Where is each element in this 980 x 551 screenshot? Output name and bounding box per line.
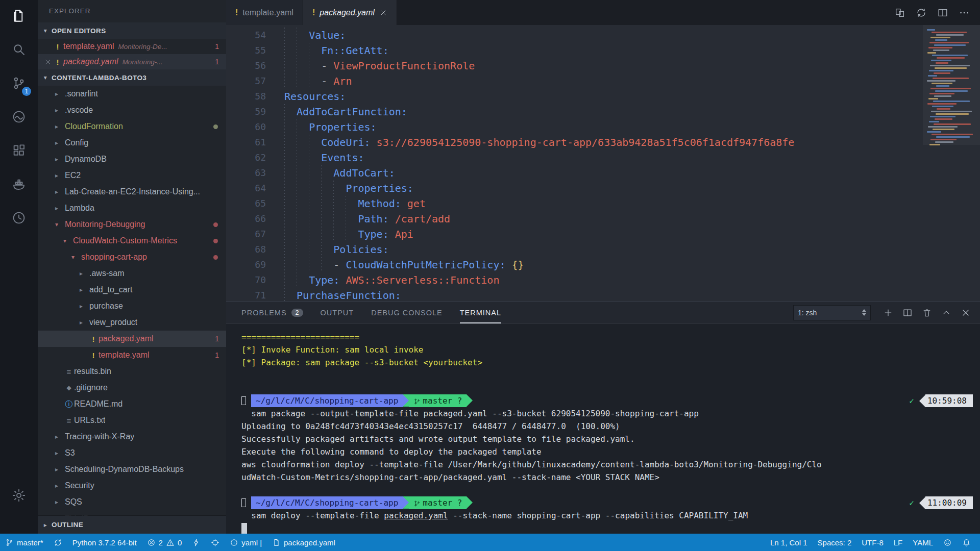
code-line[interactable]: 54Value: [226,28,923,43]
tree-item[interactable]: ▸Lambda [38,200,226,216]
status-eol[interactable]: LF [889,534,908,551]
code-line[interactable]: 61CodeUri: s3://629054125090-shopping-ca… [226,135,923,150]
chevron-right-icon: ▸ [55,433,64,440]
status-yaml-info[interactable]: yaml | [225,534,267,551]
terminal-select[interactable]: 1: zsh [793,305,871,320]
status-encoding[interactable]: UTF-8 [856,534,889,551]
panel-tab-output[interactable]: OUTPUT [321,302,354,323]
status-target[interactable] [206,534,225,551]
status-python-interpreter[interactable]: Python 3.7.2 64-bit [67,534,142,551]
status-language-mode[interactable]: YAML [908,534,938,551]
status-sync[interactable] [48,534,67,551]
activity-item-docker[interactable] [0,168,38,202]
status-notifications[interactable] [957,534,976,551]
switch-editor-button[interactable] [916,7,927,18]
activity-item-search[interactable] [0,34,38,67]
status-cursor-position[interactable]: Ln 1, Col 1 [765,534,813,551]
indent-guide [284,119,297,135]
status-active-file[interactable]: packaged.yaml [267,534,340,551]
tree-item[interactable]: ▸S3 [38,445,226,461]
new-terminal-button[interactable] [883,308,893,318]
code-line[interactable]: 64Properties: [226,181,923,196]
indent-guide [297,165,309,181]
tree-item[interactable]: ▾CloudWatch-Custom-Metrics [38,233,226,249]
activity-item-source-control[interactable]: 1 [0,67,38,101]
tree-item[interactable]: ▸CloudFormation [38,118,226,135]
split-terminal-button[interactable] [902,308,913,318]
activity-item-explorer[interactable] [0,0,38,34]
open-editors-header[interactable]: ▾ OPEN EDITORS [38,22,226,39]
code-line[interactable]: 68Policies: [226,242,923,257]
tree-item[interactable]: !packaged.yaml1 [38,331,226,347]
tree-item[interactable]: ◆.gitignore [38,380,226,396]
terminal[interactable]: ========================[*] Invoke Funct… [226,324,980,534]
activity-item-settings[interactable] [0,480,38,513]
tree-item-label: Lab-Create-an-EC2-Instance-Using... [65,187,200,196]
code-line[interactable]: 58Resources: [226,89,923,104]
status-lightning[interactable] [187,534,206,551]
minimap[interactable] [923,25,980,301]
code-line[interactable]: 56- ViewProductFunctionRole [226,58,923,73]
warning-icon: ! [53,42,62,51]
status-indentation[interactable]: Spaces: 2 [813,534,857,551]
tree-item[interactable]: ▸DynamoDB [38,151,226,167]
tree-item[interactable]: ▸purchase [38,298,226,314]
code-area[interactable]: 54Value:55Fn::GetAtt:56- ViewProductFunc… [226,25,923,301]
open-changes-button[interactable] [894,7,905,18]
chevron-down-icon: ▾ [42,74,49,81]
code-line[interactable]: 59AddToCartFunction: [226,104,923,119]
tree-item[interactable]: ▸Scheduling-DynamoDB-Backups [38,461,226,478]
tree-item[interactable]: ▸EC2 [38,167,226,184]
tree-item[interactable]: ▾shopping-cart-app [38,249,226,265]
close-icon[interactable] [42,58,53,66]
code-line[interactable]: 66Path: /cart/add [226,211,923,227]
open-editor-item[interactable]: !template.yamlMonitoring-De...1 [38,39,226,54]
code-line[interactable]: 60Properties: [226,119,923,135]
tree-item[interactable]: ▸Tracing-with-X-Ray [38,429,226,445]
code-line[interactable]: 69- CloudWatchPutMetricPolicy: {} [226,257,923,272]
more-actions-button[interactable] [959,7,970,18]
status-problems[interactable]: 20 [142,534,187,551]
tree-item[interactable]: ▾Monitoring-Debugging [38,216,226,233]
open-editor-item[interactable]: !packaged.yamlMonitoring-...1 [38,54,226,69]
split-editor-button[interactable] [937,7,948,18]
code-line[interactable]: 67Type: Api [226,227,923,242]
activity-item-history[interactable] [0,202,38,236]
tree-item[interactable]: ▸Lab-Create-an-EC2-Instance-Using... [38,184,226,200]
tree-item[interactable]: ⓘREADME.md [38,396,226,412]
editor-tab[interactable]: !packaged.yaml [303,0,397,25]
code-line[interactable]: 63AddToCart: [226,165,923,181]
tree-item[interactable]: ▸.aws-sam [38,265,226,282]
close-icon[interactable] [379,9,387,17]
panel-tab-problems[interactable]: PROBLEMS2 [241,302,303,323]
tree-item[interactable]: ▸.vscode [38,102,226,118]
code-line[interactable]: 65Method: get [226,196,923,211]
close-panel-button[interactable] [961,308,971,318]
outline-header[interactable]: ▸ OUTLINE [38,515,226,534]
panel-tab-debug-console[interactable]: DEBUG CONSOLE [371,302,443,323]
code-line[interactable]: 62Events: [226,150,923,165]
tree-item[interactable]: ▸ThirdParty [38,510,226,515]
panel-tab-terminal[interactable]: TERMINAL [460,302,501,323]
tree-item[interactable]: ▸Config [38,135,226,151]
kill-terminal-button[interactable] [922,308,932,318]
tree-item[interactable]: ▸.sonarlint [38,86,226,102]
code-line[interactable]: 70Type: AWS::Serverless::Function [226,272,923,288]
status-feedback[interactable] [938,534,957,551]
code-line[interactable]: 57- Arn [226,73,923,89]
workspace-header[interactable]: ▾ CONTENT-LAMBDA-BOTO3 [38,69,226,86]
activity-item-extensions[interactable] [0,135,38,168]
tree-item[interactable]: ≡results.bin [38,363,226,380]
tree-item[interactable]: ▸Security [38,478,226,494]
activity-item-sonarlint[interactable] [0,101,38,135]
maximize-panel-button[interactable] [941,308,951,318]
status-git-branch[interactable]: master* [0,534,48,551]
tree-item[interactable]: ▸SQS [38,494,226,510]
tree-item[interactable]: !template.yaml1 [38,347,226,363]
tree-item[interactable]: ▸view_product [38,314,226,331]
tree-item[interactable]: ≡URLs.txt [38,412,226,429]
editor-tab[interactable]: !template.yaml [226,0,303,25]
tree-item[interactable]: ▸add_to_cart [38,282,226,298]
code-line[interactable]: 55Fn::GetAtt: [226,43,923,58]
code-line[interactable]: 71PurchaseFunction: [226,288,923,301]
